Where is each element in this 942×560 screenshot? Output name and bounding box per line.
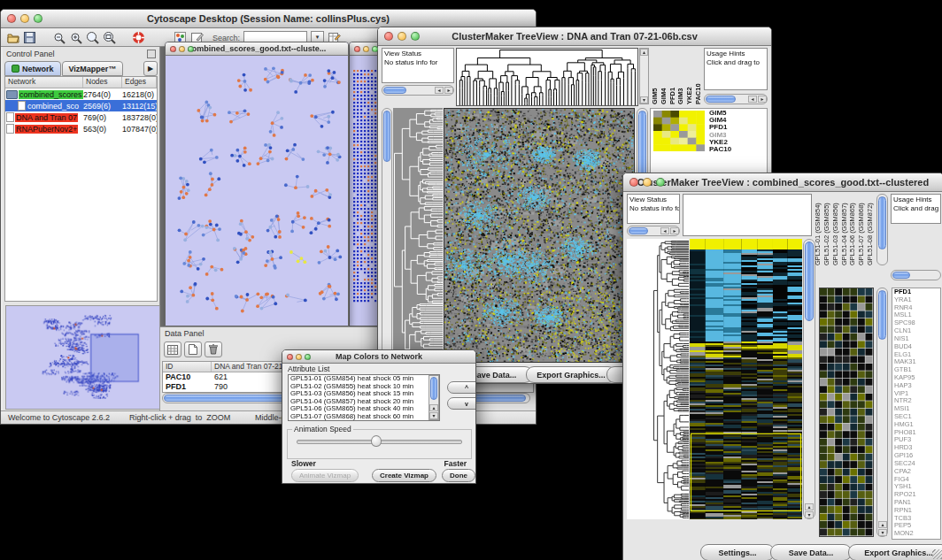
network-table-row[interactable]: RNAPuberNov2+ 563(0) 107847(0) — [5, 123, 157, 134]
save-icon[interactable] — [23, 31, 36, 44]
zoom-window-icon[interactable] — [656, 178, 665, 187]
scroll-up-icon[interactable]: ▴ — [878, 521, 887, 528]
network-table-row[interactable]: combined_sco 2569(6) 13112(15) — [5, 100, 157, 111]
network-table-row[interactable]: combined_scores 2764(0) 16218(0) — [5, 88, 157, 100]
tab-vizmapper[interactable]: VizMapper™ — [62, 61, 124, 76]
zoom-window-icon[interactable] — [372, 46, 378, 52]
label-vscrollbar[interactable]: ▴ ▾ — [639, 48, 649, 104]
treeview2-titlebar[interactable]: ClusterMaker TreeView : combined_scores_… — [623, 173, 942, 192]
tab-overflow-arrow[interactable]: ▶ — [143, 61, 158, 76]
column-dendrogram-area[interactable] — [683, 194, 812, 236]
save-data-button[interactable]: Save Data... — [770, 544, 852, 560]
col-edges[interactable]: Edges — [122, 77, 157, 88]
zoom-vscrollbar[interactable]: ▴ ▾ — [876, 288, 888, 537]
move-up-button[interactable]: ^ — [447, 381, 476, 394]
scrollbar-thumb[interactable] — [878, 196, 886, 249]
scroll-up-icon[interactable]: ▴ — [805, 503, 814, 510]
close-icon[interactable] — [354, 46, 360, 52]
heatmap-global[interactable] — [690, 239, 802, 519]
network-window-1-titlebar[interactable]: combined_scores_good.txt--cluste... — [166, 42, 348, 56]
heatmap-main[interactable] — [444, 108, 635, 363]
slider-thumb[interactable] — [371, 435, 382, 447]
open-file-icon[interactable] — [6, 31, 19, 44]
col-nodes[interactable]: Nodes — [83, 77, 122, 88]
settings-button[interactable]: Settings... — [700, 544, 775, 560]
scroll-right-icon[interactable]: ▸ — [758, 96, 767, 103]
label-vscrollbar[interactable] — [876, 194, 888, 265]
minimize-icon[interactable] — [179, 46, 185, 52]
zoom-fit-icon[interactable] — [103, 31, 116, 44]
heatmap-zoom-mini[interactable] — [653, 111, 705, 151]
attribute-list-item[interactable]: GPL51-07 (GSM868) heat shock 60 min — [290, 413, 439, 421]
scroll-up-icon[interactable]: ▴ — [429, 404, 438, 411]
scroll-down-icon[interactable]: ▾ — [878, 529, 887, 536]
delete-attribute-icon[interactable] — [205, 341, 222, 357]
scrollbar-thumb[interactable] — [805, 242, 814, 321]
scrollbar-thumb[interactable] — [892, 272, 910, 279]
export-graphics-button[interactable]: Export Graphics... — [848, 544, 942, 560]
close-icon[interactable] — [7, 14, 16, 23]
attribute-list-vscrollbar[interactable]: ▴ ▾ — [429, 375, 439, 420]
zoom-window-icon[interactable] — [305, 354, 311, 360]
network-table-row[interactable]: DNA and Tran 07 769(0) 183728(0) — [5, 111, 157, 123]
scroll-right-icon[interactable]: ▸ — [670, 227, 679, 234]
col-network[interactable]: Network — [5, 77, 83, 88]
view-status-hscrollbar[interactable]: ◂ ▸ — [382, 85, 454, 96]
close-icon[interactable] — [384, 32, 393, 41]
heatmap-zoom[interactable] — [819, 288, 874, 537]
scroll-down-icon[interactable]: ▾ — [805, 511, 814, 518]
row-dendrogram[interactable] — [627, 239, 689, 519]
scrollbar-thumb[interactable] — [383, 111, 390, 162]
row-dendrogram[interactable] — [393, 108, 443, 363]
float-panel-icon[interactable] — [147, 50, 156, 58]
minimize-icon[interactable] — [398, 32, 406, 41]
view-status-hscrollbar[interactable]: ◂ ▸ — [627, 226, 680, 236]
global-vscrollbar[interactable]: ▴ ▾ — [803, 239, 815, 519]
minimize-icon[interactable] — [363, 46, 369, 52]
network-canvas[interactable] — [166, 56, 346, 325]
global-vscrollbar[interactable] — [382, 108, 392, 363]
zoom-window-icon[interactable] — [34, 14, 42, 23]
close-icon[interactable] — [629, 178, 638, 187]
scrollbar-thumb[interactable] — [629, 227, 648, 234]
minimize-icon[interactable] — [20, 14, 29, 23]
treeview1-titlebar[interactable]: ClusterMaker TreeView : DNA and Tran 07-… — [378, 27, 771, 46]
scroll-up-icon[interactable]: ▴ — [640, 49, 648, 56]
hints-hscrollbar[interactable]: ◂ ▸ — [704, 94, 768, 104]
scroll-down-icon[interactable]: ▾ — [640, 96, 648, 104]
zoom-out-icon[interactable] — [52, 31, 66, 44]
minimize-icon[interactable] — [643, 178, 652, 187]
new-attribute-icon[interactable] — [184, 341, 202, 357]
main-titlebar[interactable]: Cytoscape Desktop (Session Name: collins… — [1, 10, 536, 28]
export-graphics-button[interactable]: Export Graphics... — [526, 366, 616, 383]
close-icon[interactable] — [287, 354, 293, 360]
attribute-list[interactable]: GPL51-01 (GSM854) heat shock 05 minGPL51… — [288, 374, 440, 421]
scroll-left-icon[interactable]: ◂ — [435, 87, 444, 94]
scrollbar-thumb[interactable] — [383, 87, 406, 94]
scroll-right-icon[interactable]: ▸ — [444, 87, 453, 94]
zoom-window-icon[interactable] — [188, 46, 194, 52]
birdseye-view[interactable] — [5, 305, 160, 410]
dialog-titlebar[interactable]: Map Colors to Network — [282, 350, 475, 364]
scroll-left-icon[interactable]: ◂ — [748, 96, 757, 103]
scrollbar-thumb[interactable] — [430, 377, 437, 400]
help-lifering-icon[interactable] — [132, 31, 145, 44]
scrollbar-thumb[interactable] — [706, 96, 736, 103]
close-icon[interactable] — [170, 46, 176, 52]
zoom-window-icon[interactable] — [411, 32, 420, 41]
zoom-in-icon[interactable] — [69, 31, 82, 44]
tab-network[interactable]: Network — [4, 61, 61, 76]
scroll-left-icon[interactable]: ◂ — [660, 227, 669, 234]
scrollbar-thumb[interactable] — [878, 290, 886, 340]
resize-grip[interactable] — [932, 549, 942, 559]
create-vizmap-button[interactable]: Create Vizmap — [372, 469, 436, 482]
move-down-button[interactable]: v — [447, 397, 476, 410]
hints-hscrollbar[interactable] — [891, 270, 941, 280]
animate-vizmap-button[interactable]: Animate Vizmap — [291, 469, 359, 482]
column-dendrogram[interactable] — [456, 48, 638, 106]
scroll-down-icon[interactable]: ▾ — [429, 412, 438, 419]
minimize-icon[interactable] — [296, 354, 302, 360]
col-id[interactable]: ID — [163, 362, 212, 372]
select-attributes-icon[interactable] — [164, 341, 181, 357]
zoom-selected-icon[interactable] — [86, 31, 99, 44]
